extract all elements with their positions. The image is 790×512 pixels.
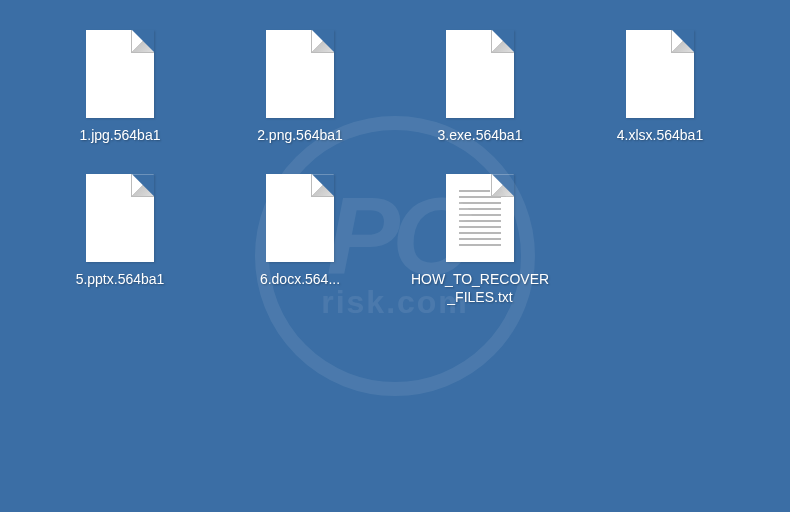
file-icon bbox=[446, 30, 514, 118]
blank-file-icon bbox=[626, 30, 694, 118]
file-item[interactable]: 6.docx.564... bbox=[230, 174, 370, 306]
blank-file-icon bbox=[446, 30, 514, 118]
file-item[interactable]: 1.jpg.564ba1 bbox=[50, 30, 190, 144]
file-icon bbox=[86, 174, 154, 262]
blank-file-icon bbox=[266, 30, 334, 118]
file-icon bbox=[266, 174, 334, 262]
file-item[interactable]: 4.xlsx.564ba1 bbox=[590, 30, 730, 144]
file-item[interactable]: 3.exe.564ba1 bbox=[410, 30, 550, 144]
txt-file-icon bbox=[446, 174, 514, 262]
desktop-area[interactable]: 1.jpg.564ba1 2.png.564ba1 3.exe.564ba1 4… bbox=[0, 0, 790, 512]
file-label: 1.jpg.564ba1 bbox=[80, 126, 161, 144]
file-icon bbox=[446, 174, 514, 262]
file-icon bbox=[86, 30, 154, 118]
file-label: 5.pptx.564ba1 bbox=[76, 270, 165, 288]
file-item[interactable]: 2.png.564ba1 bbox=[230, 30, 370, 144]
file-icon bbox=[266, 30, 334, 118]
blank-file-icon bbox=[266, 174, 334, 262]
file-label: 4.xlsx.564ba1 bbox=[617, 126, 703, 144]
file-icon bbox=[626, 30, 694, 118]
file-label: 6.docx.564... bbox=[260, 270, 340, 288]
blank-file-icon bbox=[86, 30, 154, 118]
file-item[interactable]: 5.pptx.564ba1 bbox=[50, 174, 190, 306]
file-label: 3.exe.564ba1 bbox=[438, 126, 523, 144]
file-label: 2.png.564ba1 bbox=[257, 126, 343, 144]
file-item[interactable]: HOW_TO_RECOVER_FILES.txt bbox=[410, 174, 550, 306]
blank-file-icon bbox=[86, 174, 154, 262]
file-label: HOW_TO_RECOVER_FILES.txt bbox=[410, 270, 550, 306]
